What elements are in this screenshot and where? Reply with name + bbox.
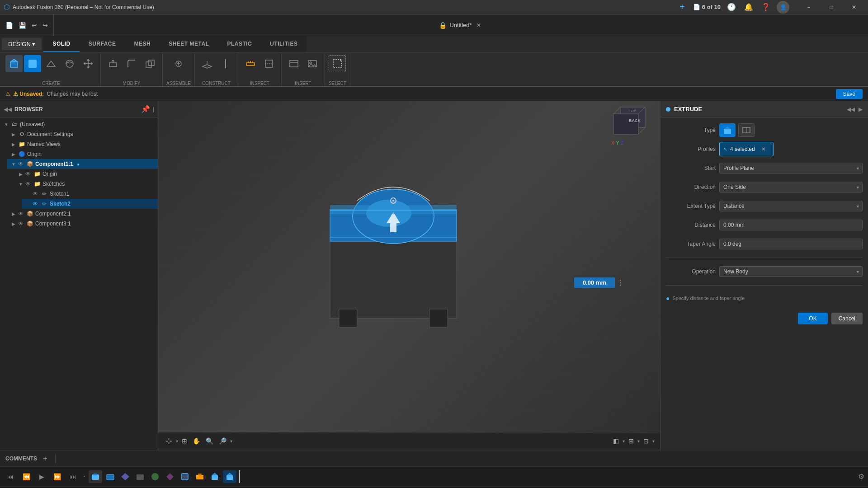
timeline-item-4[interactable] [133, 470, 147, 483]
tab-plastic[interactable]: PLASTIC [218, 36, 261, 52]
close-tab-button[interactable]: ✕ [475, 20, 483, 30]
tree-item-sketches[interactable]: ▼ 👁 📁 Sketches [14, 179, 158, 189]
visibility-icon-component1[interactable]: 👁 [18, 161, 24, 167]
minimize-button[interactable]: − [798, 0, 819, 14]
viewport-canvas[interactable]: ⋮ BACK [158, 101, 660, 450]
distance-field[interactable] [719, 220, 863, 230]
type-extrude-btn[interactable] [719, 123, 736, 137]
timeline-settings-btn[interactable]: ⚙ [858, 472, 864, 481]
grid-select-btn[interactable]: ⊹ [164, 434, 174, 448]
panel-more-btn[interactable]: ▶ [859, 106, 863, 113]
create-revolve-btn[interactable] [61, 55, 78, 72]
timeline-end-btn[interactable]: ⏭ [66, 471, 80, 482]
visibility-icon-c1-origin[interactable]: 👁 [25, 171, 31, 177]
timeline-item-9[interactable] [208, 470, 222, 483]
visibility-icon-sketches[interactable]: 👁 [25, 181, 31, 187]
tab-utilities[interactable]: UTILITIES [261, 36, 307, 52]
tree-arrow-origin[interactable]: ▶ [11, 151, 16, 157]
distance-more-btn[interactable]: ⋮ [617, 278, 624, 287]
modify-press-pull-btn[interactable] [104, 55, 122, 72]
type-revolve-btn[interactable] [738, 123, 755, 137]
tree-item-c1-origin[interactable]: ▶ 👁 📁 Origin [14, 169, 158, 179]
create-move-btn[interactable] [80, 55, 97, 72]
navcube[interactable]: BACK TOP X Y Z [611, 105, 656, 150]
ok-button[interactable]: OK [798, 313, 827, 324]
design-dropdown-button[interactable]: DESIGN ▾ [2, 38, 42, 50]
tree-item-sketch1[interactable]: 👁 ✏ Sketch1 [22, 189, 158, 199]
cancel-button[interactable]: Cancel [831, 313, 863, 324]
construct-axis-btn[interactable] [217, 55, 234, 72]
direction-dropdown[interactable]: One Side [719, 182, 863, 192]
user-avatar[interactable]: 👤 [777, 1, 789, 14]
browser-pin-btn[interactable]: 📌 [141, 105, 150, 113]
tree-arrow-doc[interactable]: ▶ [11, 131, 16, 137]
select-box-btn[interactable] [329, 55, 346, 72]
look-at-btn[interactable]: 🔍 [204, 436, 215, 446]
taper-field[interactable] [719, 239, 863, 249]
tab-surface[interactable]: SURFACE [80, 36, 125, 52]
timeline-item-7[interactable] [178, 470, 192, 483]
timeline-prev-btn[interactable]: ⏪ [19, 471, 34, 482]
undo-button[interactable]: ↩ [30, 20, 39, 31]
tab-solid[interactable]: SOLID [43, 36, 79, 52]
help-button[interactable]: ❓ [760, 1, 772, 14]
tree-item-sketch2[interactable]: 👁 ✏ Sketch2 [22, 199, 158, 209]
tree-arrow-sketches[interactable]: ▼ [18, 181, 24, 187]
profiles-selected-badge[interactable]: ↖ 4 selected ✕ [719, 142, 774, 156]
tree-arrow-root[interactable]: ▼ [4, 122, 9, 127]
timeline-next-btn[interactable]: ⏩ [50, 471, 65, 482]
inspect-measure-btn[interactable] [242, 55, 259, 72]
visual-style-btn[interactable]: ⊞ [627, 436, 636, 446]
operation-dropdown[interactable]: New Body [719, 266, 863, 277]
modify-fillet-btn[interactable] [123, 55, 140, 72]
create-solid-btn[interactable] [24, 55, 41, 72]
clock-button[interactable]: 🕐 [725, 1, 738, 14]
construct-plane-btn[interactable] [198, 55, 216, 72]
bell-button[interactable]: 🔔 [742, 1, 755, 14]
maximize-button[interactable]: □ [821, 0, 842, 14]
save-button[interactable]: Save [836, 89, 863, 99]
insert-image-btn[interactable] [304, 55, 321, 72]
timeline-item-3[interactable] [118, 470, 132, 483]
panel-collapse-btn[interactable]: ◀◀ [847, 106, 855, 113]
clear-profiles-btn[interactable]: ✕ [758, 144, 769, 154]
visibility-icon-component2[interactable]: 👁 [18, 211, 24, 217]
display-settings-btn[interactable]: ⊞ [180, 436, 189, 446]
browser-more-btn[interactable]: | [153, 106, 154, 113]
tree-item-component1[interactable]: ▼ 👁 📦 Component1:1 ● [7, 159, 158, 169]
tree-arrow-component1[interactable]: ▼ [11, 161, 16, 167]
inspect-section-btn[interactable] [260, 55, 278, 72]
environment-btn[interactable]: ⊡ [642, 436, 651, 446]
tree-item-component3[interactable]: ▶ 👁 📦 Component3:1 [7, 219, 158, 229]
zoom-btn[interactable]: 🔎 [217, 436, 228, 446]
distance-input[interactable] [574, 277, 615, 288]
save-file-button[interactable]: 💾 [17, 20, 28, 31]
create-loft-btn[interactable] [42, 55, 60, 72]
view-cube-btn[interactable]: ◧ [611, 436, 621, 446]
tab-mesh[interactable]: MESH [125, 36, 160, 52]
tree-item-root[interactable]: ▼ 🗂 (Unsaved) [0, 119, 158, 129]
modify-combine-btn[interactable] [142, 55, 159, 72]
insert-canvas-btn[interactable] [285, 55, 302, 72]
browser-collapse-btn[interactable]: ◀◀ [4, 106, 12, 113]
timeline-item-2[interactable] [104, 470, 117, 483]
assemble-new-component-btn[interactable] [170, 55, 187, 72]
timeline-item-1[interactable] [89, 470, 102, 483]
create-extrude-btn[interactable] [5, 55, 23, 72]
add-button[interactable]: + [676, 1, 689, 14]
timeline-play-btn[interactable]: ▶ [36, 471, 48, 482]
timeline-item-8[interactable] [193, 470, 207, 483]
redo-button[interactable]: ↪ [41, 20, 50, 31]
close-button[interactable]: ✕ [844, 0, 864, 14]
viewport[interactable]: ⋮ BACK [158, 101, 660, 450]
tree-arrow-c1-origin[interactable]: ▶ [18, 171, 24, 177]
visibility-icon-component3[interactable]: 👁 [18, 221, 24, 227]
tree-arrow-component2[interactable]: ▶ [11, 211, 16, 216]
timeline-item-5[interactable] [148, 470, 162, 483]
timeline-item-10[interactable] [223, 470, 236, 483]
tree-item-doc-settings[interactable]: ▶ ⚙ Document Settings [7, 129, 158, 139]
tree-item-component2[interactable]: ▶ 👁 📦 Component2:1 [7, 209, 158, 219]
orbit-btn[interactable]: ✋ [191, 436, 202, 446]
tree-arrow-named-views[interactable]: ▶ [11, 141, 16, 147]
tree-item-origin[interactable]: ▶ 🔵 Origin [7, 149, 158, 159]
